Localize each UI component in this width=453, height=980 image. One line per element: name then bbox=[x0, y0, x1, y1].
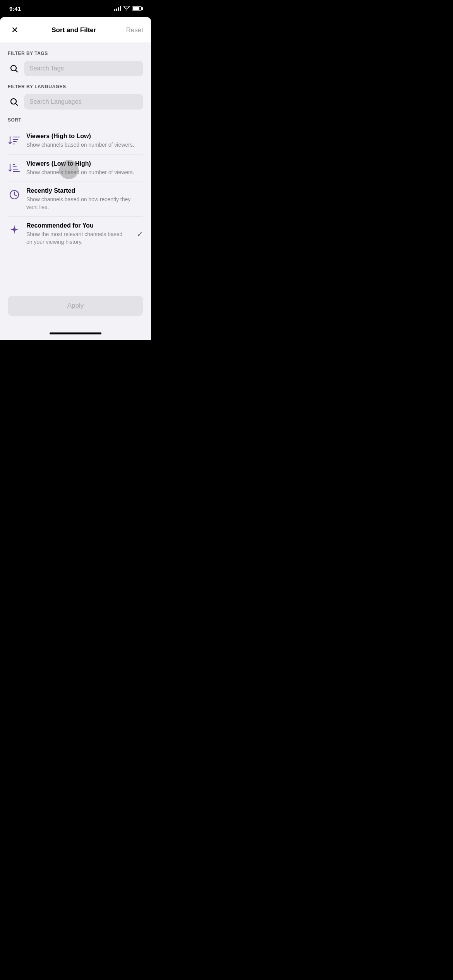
sort-item-recently-started[interactable]: Recently Started Show channels based on … bbox=[8, 182, 143, 217]
sort-item-recommended[interactable]: Recommended for You Show the most releva… bbox=[8, 217, 143, 251]
sparkle-icon bbox=[8, 223, 21, 236]
status-time: 9:41 bbox=[9, 5, 21, 12]
reset-button[interactable]: Reset bbox=[126, 26, 143, 34]
svg-line-16 bbox=[14, 195, 17, 196]
sort-item-viewers-high-low[interactable]: Viewers (High to Low) Show channels base… bbox=[8, 127, 143, 155]
apply-bar: Apply bbox=[0, 291, 151, 327]
filter-tags-label: FILTER BY TAGS bbox=[8, 51, 143, 56]
svg-line-3 bbox=[16, 104, 18, 106]
languages-search-input[interactable] bbox=[24, 94, 143, 110]
home-bar bbox=[50, 332, 101, 334]
close-button[interactable]: ✕ bbox=[8, 23, 22, 37]
filter-languages-label: FILTER BY LANGUAGES bbox=[8, 84, 143, 89]
sort-item-viewers-high-low-desc: Show channels based on number of viewers… bbox=[26, 141, 143, 149]
sort-section: SORT Viewers (High to bbox=[8, 117, 143, 252]
svg-line-1 bbox=[16, 70, 18, 72]
sort-section-label: SORT bbox=[8, 117, 143, 123]
sort-item-viewers-high-low-title: Viewers (High to Low) bbox=[26, 133, 143, 140]
sort-item-viewers-low-high-title: Viewers (Low to High) bbox=[26, 160, 143, 167]
apply-button[interactable]: Apply bbox=[8, 296, 143, 316]
sort-item-recommended-desc: Show the most relevant channels based on… bbox=[26, 231, 128, 246]
sort-item-recently-started-desc: Show channels based on how recently they… bbox=[26, 196, 143, 211]
languages-search-row bbox=[8, 94, 143, 110]
tags-search-row bbox=[8, 61, 143, 76]
tags-search-icon bbox=[8, 62, 20, 75]
sort-high-icon bbox=[8, 134, 21, 147]
wifi-icon bbox=[124, 6, 130, 12]
status-bar: 9:41 bbox=[0, 0, 151, 17]
sheet-header: ✕ Sort and Filter Reset bbox=[0, 17, 151, 43]
sort-low-icon bbox=[8, 161, 21, 174]
checkmark-icon: ✓ bbox=[137, 230, 143, 239]
clock-icon bbox=[8, 188, 21, 201]
sheet-content: FILTER BY TAGS FILTER BY LANGUAGES bbox=[0, 43, 151, 291]
sort-item-viewers-low-high[interactable]: Viewers (Low to High) Show channels base… bbox=[8, 155, 143, 182]
sort-item-viewers-high-low-text: Viewers (High to Low) Show channels base… bbox=[26, 133, 143, 149]
sort-item-recommended-title: Recommended for You bbox=[26, 222, 128, 229]
close-icon: ✕ bbox=[11, 25, 18, 35]
sort-filter-sheet: ✕ Sort and Filter Reset FILTER BY TAGS F… bbox=[0, 17, 151, 327]
sort-item-recently-started-title: Recently Started bbox=[26, 187, 143, 194]
home-indicator bbox=[0, 327, 151, 340]
battery-icon bbox=[132, 6, 142, 11]
sort-item-recently-started-text: Recently Started Show channels based on … bbox=[26, 187, 143, 211]
sort-item-viewers-low-high-desc: Show channels based on number of viewers… bbox=[26, 169, 143, 176]
languages-search-icon bbox=[8, 96, 20, 108]
sheet-title: Sort and Filter bbox=[51, 26, 96, 34]
sort-item-viewers-low-high-text: Viewers (Low to High) Show channels base… bbox=[26, 160, 143, 176]
sort-item-recommended-text: Recommended for You Show the most releva… bbox=[26, 222, 128, 246]
status-icons bbox=[114, 6, 142, 12]
signal-icon bbox=[114, 6, 121, 11]
tags-search-input[interactable] bbox=[24, 61, 143, 76]
